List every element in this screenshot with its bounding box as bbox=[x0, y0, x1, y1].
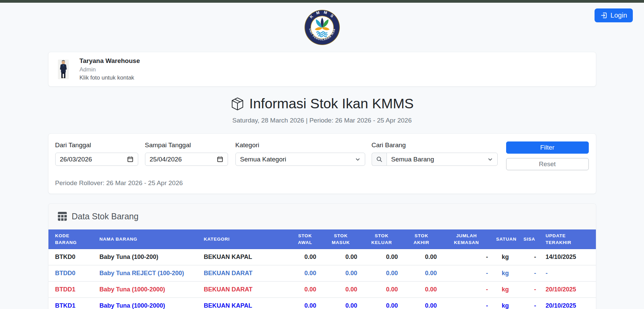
user-role: Admin bbox=[80, 66, 140, 73]
table-row[interactable]: BTKD0 Baby Tuna (100-200) BEKUAN KAPAL 0… bbox=[48, 249, 596, 265]
cell-nama: Baby Tuna (1000-2000) bbox=[96, 282, 200, 298]
kategori-select[interactable]: Semua Kategori bbox=[235, 153, 365, 166]
top-accent-bar bbox=[0, 0, 644, 3]
filter-panel: Dari Tanggal 26/03/2026 Sampai bbox=[48, 133, 596, 194]
page-title-text: Informasi Stok Ikan KMMS bbox=[249, 96, 414, 112]
col-stok-akhir: STOK AKHIR bbox=[402, 229, 441, 249]
date-period-line: Saturday, 28 March 2026 | Periode: 26 Ma… bbox=[48, 117, 596, 124]
filter-field-cari-barang: Cari Barang Semua Barang bbox=[372, 141, 498, 166]
dari-tanggal-input[interactable]: 26/03/2026 bbox=[55, 153, 138, 166]
cell-stok-awal: 0.00 bbox=[290, 298, 320, 309]
filter-field-dari-tanggal: Dari Tanggal 26/03/2026 bbox=[55, 141, 138, 166]
page-title: Informasi Stok Ikan KMMS bbox=[48, 96, 596, 112]
cell-nama: Baby Tuna (100-200) bbox=[96, 249, 200, 265]
stock-card-header: Data Stok Barang bbox=[48, 204, 596, 229]
cell-update-terakhir: 20/10/2025 bbox=[540, 282, 596, 298]
col-kode-barang: KODE BARANG bbox=[48, 229, 96, 249]
cell-stok-keluar: 0.00 bbox=[361, 265, 402, 282]
cell-stok-masuk: 0.00 bbox=[320, 249, 361, 265]
cell-satuan: kg bbox=[492, 282, 519, 298]
calendar-icon[interactable] bbox=[217, 156, 223, 162]
cell-kategori: BEKUAN DARAT bbox=[200, 265, 290, 282]
cell-stok-keluar: 0.00 bbox=[361, 282, 402, 298]
periode-rollover-text: Periode Rollover: 26 Mar 2026 - 25 Apr 2… bbox=[55, 179, 589, 187]
sampai-tanggal-label: Sampai Tanggal bbox=[145, 141, 228, 149]
cell-stok-keluar: 0.00 bbox=[361, 298, 402, 309]
cell-jumlah-kemasan: - bbox=[441, 298, 492, 309]
filter-actions: Filter Reset bbox=[506, 141, 589, 170]
user-card: Taryana Warehouse Admin Klik foto untuk … bbox=[48, 52, 596, 87]
cell-kode: BTKD0 bbox=[48, 249, 96, 265]
cell-stok-masuk: 0.00 bbox=[320, 298, 361, 309]
cell-stok-akhir: 0.00 bbox=[402, 298, 441, 309]
table-row[interactable]: BTKD1 Baby Tuna (1000-2000) BEKUAN KAPAL… bbox=[48, 298, 596, 309]
cell-update-terakhir: - bbox=[540, 265, 596, 282]
cell-jumlah-kemasan: - bbox=[441, 265, 492, 282]
cell-nama: Baby Tuna (1000-2000) bbox=[96, 298, 200, 309]
col-nama-barang: NAMA BARANG bbox=[96, 229, 200, 249]
filter-field-sampai-tanggal: Sampai Tanggal 25/04/2026 bbox=[145, 141, 228, 166]
table-row[interactable]: BTDD1 Baby Tuna (1000-2000) BEKUAN DARAT… bbox=[48, 282, 596, 298]
cell-sisa: - bbox=[519, 282, 540, 298]
user-info: Taryana Warehouse Admin Klik foto untuk … bbox=[80, 57, 140, 81]
table-row[interactable]: BTDD0 Baby Tuna REJECT (100-200) BEKUAN … bbox=[48, 265, 596, 282]
cell-satuan: kg bbox=[492, 265, 519, 282]
col-stok-keluar: STOK KELUAR bbox=[361, 229, 402, 249]
cari-barang-value: Semua Barang bbox=[391, 156, 487, 163]
cell-stok-akhir: 0.00 bbox=[402, 265, 441, 282]
filter-button[interactable]: Filter bbox=[506, 141, 589, 154]
kategori-value: Semua Kategori bbox=[240, 156, 355, 163]
cari-barang-select[interactable]: Semua Barang bbox=[387, 153, 498, 166]
cell-sisa: - bbox=[519, 298, 540, 309]
cell-stok-masuk: 0.00 bbox=[320, 265, 361, 282]
cell-kode: BTKD1 bbox=[48, 298, 96, 309]
cell-sisa: - bbox=[519, 249, 540, 265]
user-contact-hint: Klik foto untuk kontak bbox=[80, 74, 140, 81]
cell-jumlah-kemasan: - bbox=[441, 282, 492, 298]
reset-button[interactable]: Reset bbox=[506, 158, 589, 170]
cell-update-terakhir: 14/10/2025 bbox=[540, 249, 596, 265]
cell-update-terakhir: 20/10/2025 bbox=[540, 298, 596, 309]
cell-stok-awal: 0.00 bbox=[290, 265, 320, 282]
cell-nama: Baby Tuna REJECT (100-200) bbox=[96, 265, 200, 282]
dari-tanggal-label: Dari Tanggal bbox=[55, 141, 138, 149]
cell-stok-akhir: 0.00 bbox=[402, 249, 441, 265]
col-stok-masuk: STOK MASUK bbox=[320, 229, 361, 249]
box-icon bbox=[230, 97, 245, 111]
col-jumlah-kemasan: JUMLAH KEMASAN bbox=[441, 229, 492, 249]
login-button[interactable]: Login bbox=[595, 8, 633, 22]
cell-kategori: BEKUAN KAPAL bbox=[200, 249, 290, 265]
login-icon bbox=[600, 12, 607, 19]
sampai-tanggal-input[interactable]: 25/04/2026 bbox=[145, 153, 228, 166]
cell-jumlah-kemasan: - bbox=[441, 249, 492, 265]
user-photo[interactable] bbox=[58, 60, 69, 79]
col-update-terakhir: UPDATE TERAKHIR bbox=[540, 229, 596, 249]
cell-kode: BTDD0 bbox=[48, 265, 96, 282]
cell-kode: BTDD1 bbox=[48, 282, 96, 298]
chevron-down-icon bbox=[487, 157, 493, 162]
search-icon bbox=[372, 153, 387, 166]
cell-kategori: BEKUAN DARAT bbox=[200, 282, 290, 298]
stock-data-card: Data Stok Barang KODE BARANG NAMA BARANG… bbox=[48, 203, 596, 309]
cell-stok-masuk: 0.00 bbox=[320, 282, 361, 298]
cell-stok-keluar: 0.00 bbox=[361, 249, 402, 265]
stock-table: KODE BARANG NAMA BARANG KATEGORI STOK AW… bbox=[48, 229, 596, 309]
page: Login K M M S UNIT PENGOLAHAN IKAN bbox=[0, 0, 644, 309]
dari-tanggal-value: 26/03/2026 bbox=[60, 156, 127, 163]
kategori-label: Kategori bbox=[235, 141, 365, 149]
filter-field-kategori: Kategori Semua Kategori bbox=[235, 141, 365, 166]
cell-stok-awal: 0.00 bbox=[290, 282, 320, 298]
table-icon bbox=[57, 211, 67, 221]
user-name: Taryana Warehouse bbox=[80, 57, 140, 65]
cell-satuan: kg bbox=[492, 298, 519, 309]
chevron-down-icon bbox=[355, 157, 360, 162]
stock-card-title: Data Stok Barang bbox=[72, 212, 139, 221]
stock-table-header: KODE BARANG NAMA BARANG KATEGORI STOK AW… bbox=[48, 229, 596, 249]
col-sisa: SISA bbox=[519, 229, 540, 249]
cell-satuan: kg bbox=[492, 249, 519, 265]
cell-kategori: BEKUAN KAPAL bbox=[200, 298, 290, 309]
col-satuan: SATUAN bbox=[492, 229, 519, 249]
cell-stok-awal: 0.00 bbox=[290, 249, 320, 265]
calendar-icon[interactable] bbox=[127, 156, 133, 162]
sampai-tanggal-value: 25/04/2026 bbox=[150, 156, 217, 163]
